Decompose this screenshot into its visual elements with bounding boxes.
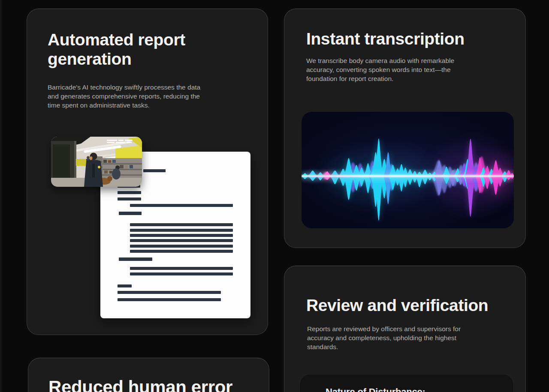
card-description-review-verification: Reports are reviewed by officers and sup… (307, 324, 496, 352)
card-instant-transcription: Instant transcription We transcribe body… (284, 9, 526, 248)
document-text-line (130, 229, 233, 232)
card-title-review-verification: Review and verification (306, 296, 512, 315)
document-text-line (143, 169, 166, 172)
report-field-label: Nature of Disturbance: (326, 386, 425, 392)
card-title-automated-report: Automated report generation (48, 30, 249, 69)
features-page: Automated report generation Barricade's … (0, 0, 549, 392)
audio-waveform-panel (302, 112, 514, 228)
page-edge-glow (0, 0, 3, 392)
document-text-line (130, 204, 233, 207)
document-text-line (119, 257, 152, 261)
card-review-verification: Review and verification Reports are revi… (284, 266, 526, 392)
document-text-line (118, 291, 221, 294)
document-text-line (118, 191, 141, 194)
document-text-line (118, 298, 221, 301)
document-text-line (130, 272, 233, 275)
bodycam-photo (51, 137, 142, 187)
document-text-line (130, 245, 233, 248)
document-text-line (130, 239, 233, 242)
document-text-line (130, 250, 233, 253)
card-title-reduced-human-error: Reduced human error (48, 377, 254, 392)
document-text-line (118, 197, 141, 200)
card-title-instant-transcription: Instant transcription (306, 30, 508, 49)
bodycam-photo-illustration (51, 137, 142, 187)
document-text-line (118, 284, 132, 287)
card-description-automated-report: Barricade's AI technology swiftly proces… (48, 83, 245, 110)
document-text-line (119, 212, 142, 215)
card-automated-report-generation: Automated report generation Barricade's … (27, 9, 268, 335)
report-preview-panel: Nature of Disturbance: (299, 374, 514, 392)
card-reduced-human-error: Reduced human error (28, 358, 269, 392)
audio-waveform-image (302, 112, 514, 228)
document-text-line (130, 234, 233, 237)
document-text-line (130, 267, 233, 270)
document-text-line (130, 223, 233, 226)
card-description-instant-transcription: We transcribe body camera audio with rem… (306, 56, 495, 84)
